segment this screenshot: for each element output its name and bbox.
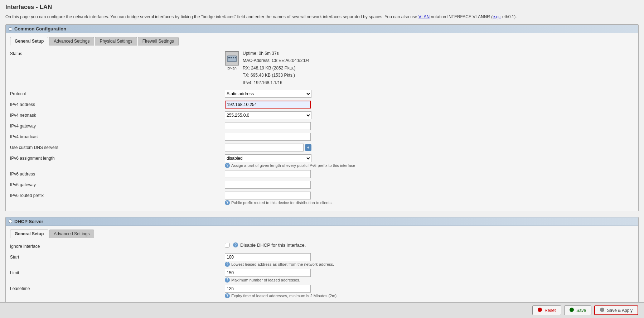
status-info: Uptime: 0h 6m 37s MAC-Address: C8:EE:A6:…: [243, 50, 309, 86]
ipv4-gateway-control: [225, 122, 634, 130]
tab-dhcp-advanced-settings[interactable]: Advanced Settings: [49, 230, 94, 238]
vlan-link[interactable]: VLAN: [418, 14, 430, 19]
tab-general-setup[interactable]: General Setup: [10, 37, 48, 45]
ipv6-routed-prefix-label: IPv6 routed prefix: [10, 192, 225, 198]
info-icon-ipv6: ?: [225, 163, 230, 168]
rx-stat: RX: 248.19 KB (2852 Pkts.): [243, 64, 309, 72]
dhcp-server-header: DHCP Server: [6, 217, 638, 226]
save-icon: [570, 308, 574, 312]
info-icon-leasetime: ?: [225, 293, 230, 298]
info-icon-ipv6-prefix: ?: [225, 200, 230, 205]
leasetime-label: Leasetime: [10, 285, 225, 291]
dhcp-server-title: DHCP Server: [14, 219, 43, 224]
ipv4-gateway-label: IPv4 gateway: [10, 122, 225, 129]
limit-row: Limit ? Maximum number of leased address…: [10, 269, 634, 283]
ipv4-address-row: IPv4 address: [10, 101, 634, 109]
common-config-section: Common Configuration General Setup Advan…: [5, 24, 639, 211]
ipv4-netmask-label: IPv4 netmask: [10, 111, 225, 118]
start-control: ? Lowest leased address as offset from t…: [225, 253, 634, 267]
ipv6-routed-prefix-row: IPv6 routed prefix ? Public prefix route…: [10, 192, 634, 205]
ipv6-gateway-control: [225, 181, 634, 189]
ipv6-assignment-control: disabled 48 56 60 64 ? Assign a part of …: [225, 154, 634, 168]
save-apply-button[interactable]: Save & Apply: [594, 305, 638, 315]
custom-dns-control: +: [225, 144, 634, 151]
reset-icon: [538, 308, 542, 312]
ipv4-netmask-select[interactable]: 255.255.0.0 255.255.255.0 255.0.0.0: [225, 111, 311, 119]
bottom-bar: Reset Save Save & Apply: [0, 302, 644, 318]
status-label: Status: [10, 50, 225, 56]
tab-firewall-settings[interactable]: Firewall Settings: [138, 37, 179, 45]
common-config-header: Common Configuration: [6, 25, 638, 33]
ipv6-routed-prefix-input[interactable]: [225, 192, 311, 199]
br-lan-label: br-lan: [227, 66, 237, 70]
dhcp-tabs: General Setup Advanced Settings: [10, 230, 634, 238]
status-content: br-lan Uptime: 0h 6m 37s MAC-Address: C8…: [225, 50, 309, 86]
limit-input[interactable]: [225, 269, 311, 277]
custom-dns-row: Use custom DNS servers +: [10, 144, 634, 152]
ipv4-netmask-control: 255.255.0.0 255.255.255.0 255.0.0.0: [225, 111, 634, 119]
ignore-interface-control: ? Disable DHCP for this interface.: [225, 242, 634, 248]
limit-help: ? Maximum number of leased addresses.: [225, 278, 300, 283]
status-row: Status br-lan: [10, 50, 634, 86]
start-help: ? Lowest leased address as offset from t…: [225, 262, 334, 267]
start-label: Start: [10, 253, 225, 260]
ipv4-broadcast-row: IPv4 broadcast: [10, 133, 634, 141]
ipv4-address-label: IPv4 address: [10, 101, 225, 107]
ignore-interface-checkbox[interactable]: [225, 243, 229, 247]
dhcp-server-section: DHCP Server General Setup Advanced Setti…: [5, 217, 639, 304]
ignore-interface-row: Ignore interface ? Disable DHCP for this…: [10, 242, 634, 251]
uptime: Uptime: 0h 6m 37s: [243, 50, 309, 57]
leasetime-row: Leasetime ? Expiry time of leased addres…: [10, 285, 634, 298]
ipv6-assignment-help: ? Assign a part of given length of every…: [225, 163, 355, 168]
dns-input-row: +: [225, 144, 311, 151]
limit-label: Limit: [10, 269, 225, 275]
disable-dhcp-label: Disable DHCP for this interface.: [240, 242, 306, 248]
ipv6-routed-prefix-help: ? Public prefix routed to this device fo…: [225, 200, 333, 205]
example-link[interactable]: e.g.:: [493, 14, 501, 19]
tab-dhcp-general-setup[interactable]: General Setup: [10, 230, 48, 238]
ipv4-gateway-row: IPv4 gateway: [10, 122, 634, 131]
custom-dns-label: Use custom DNS servers: [10, 144, 225, 150]
ipv6-assignment-row: IPv6 assignment length disabled 48 56 60…: [10, 154, 634, 168]
common-config-content: General Setup Advanced Settings Physical…: [6, 33, 638, 211]
protocol-label: Protocol: [10, 90, 225, 96]
leasetime-help: ? Expiry time of leased addresses, minim…: [225, 293, 338, 298]
common-config-tabs: General Setup Advanced Settings Physical…: [10, 37, 634, 45]
ipv6-address-input[interactable]: [225, 170, 311, 178]
limit-control: ? Maximum number of leased addresses.: [225, 269, 634, 283]
protocol-select[interactable]: Static address DHCP client PPPoE none: [225, 90, 311, 98]
leasetime-control: ? Expiry time of leased addresses, minim…: [225, 285, 634, 298]
info-icon-limit: ?: [225, 278, 230, 283]
save-apply-icon: [600, 308, 604, 312]
leasetime-input[interactable]: [225, 285, 311, 293]
ipv6-assignment-label: IPv6 assignment length: [10, 154, 225, 161]
start-row: Start ? Lowest leased address as offset …: [10, 253, 634, 267]
ipv4-address-input[interactable]: [225, 101, 311, 109]
custom-dns-input[interactable]: [225, 144, 304, 151]
ipv6-address-label: IPv6 address: [10, 170, 225, 177]
add-dns-icon[interactable]: +: [305, 144, 311, 151]
ipv4-broadcast-control: [225, 133, 634, 141]
ipv6-routed-prefix-control: ? Public prefix routed to this device fo…: [225, 192, 634, 205]
save-button[interactable]: Save: [564, 305, 592, 315]
reset-button[interactable]: Reset: [532, 305, 561, 315]
page-description: On this page you can configure the netwo…: [5, 14, 639, 20]
protocol-control: Static address DHCP client PPPoE none: [225, 90, 634, 98]
svg-rect-4: [235, 57, 236, 58]
ipv6-assignment-select[interactable]: disabled 48 56 60 64: [225, 154, 311, 162]
tab-physical-settings[interactable]: Physical Settings: [95, 37, 137, 45]
svg-rect-3: [233, 57, 234, 58]
ipv4-stat: IPv4: 192.168.1.1/16: [243, 79, 309, 86]
info-icon-start: ?: [225, 262, 230, 267]
ipv4-broadcast-input[interactable]: [225, 133, 311, 141]
ipv6-address-row: IPv6 address: [10, 170, 634, 179]
ipv4-gateway-input[interactable]: [225, 122, 311, 130]
ipv4-address-control: [225, 101, 634, 109]
ipv6-gateway-input[interactable]: [225, 181, 311, 189]
start-input[interactable]: [225, 253, 311, 261]
tab-advanced-settings[interactable]: Advanced Settings: [49, 37, 94, 45]
ipv4-netmask-row: IPv4 netmask 255.255.0.0 255.255.255.0 2…: [10, 111, 634, 120]
mac-address: MAC-Address: C8:EE:A6:04:62:D4: [243, 57, 309, 64]
info-icon-dhcp: ?: [233, 242, 238, 247]
ipv6-gateway-label: IPv6 gateway: [10, 181, 225, 187]
